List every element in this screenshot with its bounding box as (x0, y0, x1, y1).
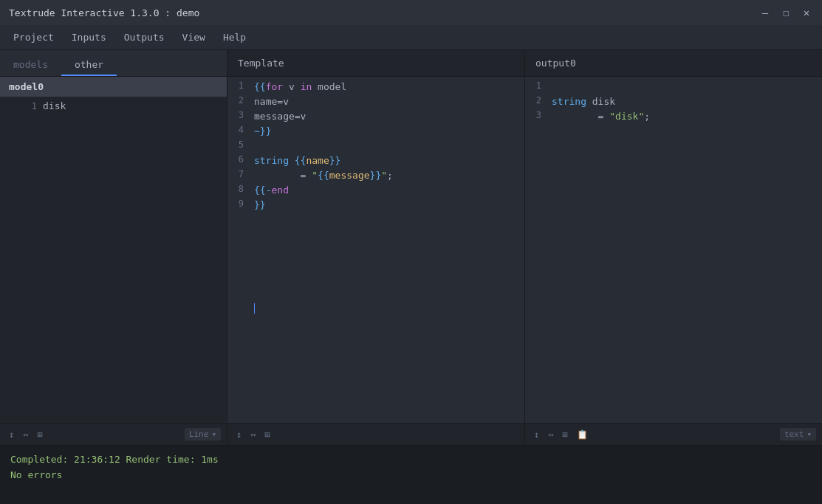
line-content-4: ~}} (254, 124, 524, 139)
maximize-button[interactable]: ☐ (779, 6, 792, 19)
cursor-line-num (227, 301, 254, 302)
middle-footer-icon-1[interactable]: ↕ (233, 428, 244, 441)
line-content-9: }} (254, 198, 524, 213)
minimize-button[interactable]: — (758, 6, 772, 19)
menu-outputs[interactable]: Outputs (117, 29, 172, 46)
line-content-8: {{-end (254, 183, 524, 198)
tab-other[interactable]: other (61, 55, 117, 76)
menu-project[interactable]: Project (6, 29, 61, 46)
code-line-1: 1 {{for v in model (227, 80, 524, 94)
code-line-6: 6 string {{name}} (227, 153, 524, 168)
output-line-content-2: string disk (552, 94, 822, 109)
footer-line-mode[interactable]: Line ▾ (185, 428, 221, 441)
middle-footer-icon-3[interactable]: ⊞ (261, 428, 273, 441)
line-num-4: 4 (227, 124, 254, 135)
right-footer-icon-1[interactable]: ↕ (531, 428, 542, 441)
left-panel: models other model0 1 disk ↕ ↔ ⊞ Line ▾ (0, 50, 227, 445)
output-line-num-3: 3 (525, 109, 552, 120)
right-footer-mode-label: text (784, 429, 804, 439)
status-errors: No errors (10, 468, 812, 483)
cursor-line (227, 301, 524, 316)
output-code-area[interactable]: 1 2 string disk 3 = "disk"; (525, 77, 822, 423)
status-completed: Completed: 21:36:12 Render time: 1ms (10, 452, 812, 468)
line-content-7: = "{{message}}"; (254, 168, 524, 183)
output-panel-header: output0 (525, 50, 822, 77)
output-line-num-2: 2 (525, 94, 552, 106)
output-line-2: 2 string disk (525, 94, 822, 109)
main-content: models other model0 1 disk ↕ ↔ ⊞ Line ▾ (0, 50, 822, 504)
right-panel-footer: ↕ ↔ ⊞ 📋 text ▾ (525, 423, 822, 445)
line-num-6: 6 (227, 153, 254, 165)
code-line-9: 9 }} (227, 198, 524, 213)
template-title: Template (238, 58, 284, 69)
right-footer-icon-4[interactable]: 📋 (574, 428, 591, 441)
footer-mode-dropdown-icon: ▾ (211, 429, 216, 439)
footer-mode-label: Line (189, 429, 209, 439)
window-controls: — ☐ ✕ (758, 6, 813, 19)
output-line-3: 3 = "disk"; (525, 109, 822, 124)
footer-icon-3[interactable]: ⊞ (34, 428, 45, 441)
code-line-5: 5 (227, 139, 524, 153)
list-item[interactable]: 1 disk (0, 97, 227, 115)
line-num-9: 9 (227, 198, 254, 209)
line-content-1: {{for v in model (254, 80, 524, 94)
line-content-6: string {{name}} (254, 153, 524, 168)
tab-models[interactable]: models (0, 55, 61, 76)
menu-bar: Project Inputs Outputs View Help (0, 25, 822, 50)
close-button[interactable]: ✕ (800, 6, 813, 19)
output-line-content-3: = "disk"; (552, 109, 822, 124)
line-num-3: 3 (227, 109, 254, 120)
menu-inputs[interactable]: Inputs (64, 29, 114, 46)
right-footer-icon-2[interactable]: ↔ (545, 428, 556, 441)
cursor-content (254, 301, 524, 316)
right-panel: output0 1 2 string disk 3 = "disk"; (525, 50, 822, 445)
line-content-3: message=v (254, 109, 524, 124)
output-title: output0 (535, 58, 576, 69)
line-num-5: 5 (227, 139, 254, 150)
template-panel-header: Template (227, 50, 524, 77)
model-name: disk (43, 100, 66, 111)
code-line-7: 7 = "{{message}}"; (227, 168, 524, 183)
line-num-7: 7 (227, 168, 254, 179)
left-panel-footer: ↕ ↔ ⊞ Line ▾ (0, 423, 227, 445)
menu-view[interactable]: View (175, 29, 213, 46)
model-list: model0 1 disk (0, 77, 227, 423)
status-bar: Completed: 21:36:12 Render time: 1ms No … (0, 445, 822, 504)
code-line-8: 8 {{-end (227, 183, 524, 198)
template-code-area[interactable]: 1 {{for v in model 2 name=v 3 message=v … (227, 77, 524, 423)
output-line-num-1: 1 (525, 80, 552, 91)
line-num-2: 2 (227, 94, 254, 106)
right-footer-icon-3[interactable]: ⊞ (559, 428, 570, 441)
output-line-1: 1 (525, 80, 822, 94)
right-footer-mode[interactable]: text ▾ (780, 428, 816, 441)
line-num-8: 8 (227, 183, 254, 194)
code-line-3: 3 message=v (227, 109, 524, 124)
code-line-2: 2 name=v (227, 94, 524, 109)
menu-help[interactable]: Help (216, 29, 253, 46)
code-line-4: 4 ~}} (227, 124, 524, 139)
right-footer-dropdown-icon: ▾ (806, 429, 812, 439)
left-tab-bar: models other (0, 50, 227, 77)
line-content-2: name=v (254, 94, 524, 109)
panels: models other model0 1 disk ↕ ↔ ⊞ Line ▾ (0, 50, 822, 445)
middle-panel-footer: ↕ ↔ ⊞ (227, 423, 524, 445)
line-number: 1 (22, 101, 37, 111)
model-group-header[interactable]: model0 (0, 77, 227, 97)
footer-icon-2[interactable]: ↔ (20, 428, 31, 441)
title-bar: Textrude Interactive 1.3.0 : demo — ☐ ✕ (0, 0, 822, 25)
middle-footer-icon-2[interactable]: ↔ (247, 428, 258, 441)
title-text: Textrude Interactive 1.3.0 : demo (9, 7, 199, 18)
line-num-1: 1 (227, 80, 254, 91)
middle-panel: Template 1 {{for v in model 2 name=v 3 m… (227, 50, 525, 445)
footer-icon-1[interactable]: ↕ (6, 428, 17, 441)
